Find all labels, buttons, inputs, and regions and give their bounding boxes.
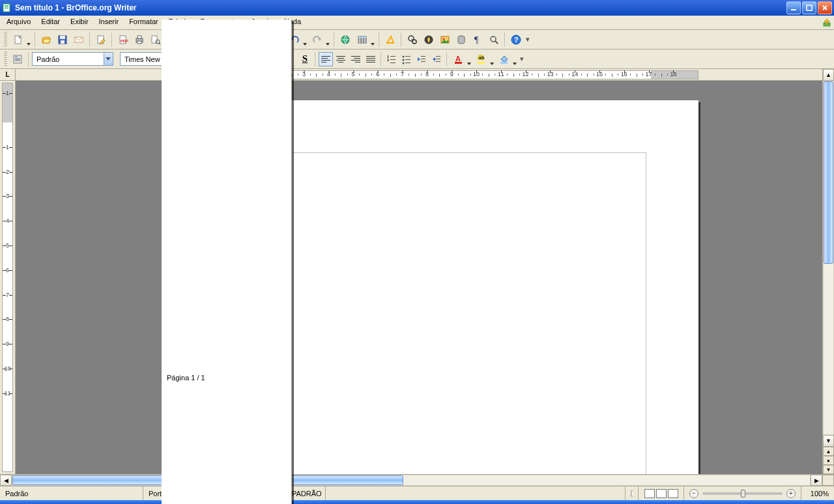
svg-rect-66	[455, 62, 462, 64]
status-signature[interactable]	[626, 486, 639, 500]
vertical-ruler[interactable]: 11234567891011	[2, 83, 13, 472]
save-button[interactable]	[55, 32, 70, 48]
menu-arquivo[interactable]: Arquivo	[1, 16, 36, 29]
scroll-up-button[interactable]: ▲	[823, 69, 834, 81]
scroll-left-button[interactable]: ◀	[0, 475, 12, 486]
styles-window-button[interactable]	[10, 51, 25, 67]
data-sources-button[interactable]	[453, 32, 469, 48]
svg-rect-50	[390, 56, 395, 57]
vscroll-thumb[interactable]	[824, 81, 833, 264]
table-button[interactable]	[354, 32, 376, 48]
previous-page-button[interactable]: ▲	[823, 447, 834, 456]
ruler-corner[interactable]: L	[0, 69, 15, 81]
title-bar: Sem título 1 - BrOffice.org Writer	[0, 0, 834, 16]
underline-button[interactable]: S	[298, 52, 312, 66]
maximize-button[interactable]	[802, 1, 816, 14]
open-button[interactable]	[38, 32, 54, 48]
zoom-in-button[interactable]: +	[786, 489, 796, 498]
zoom-slider[interactable]: − +	[684, 486, 801, 500]
toolbar-grip[interactable]	[4, 32, 7, 48]
svg-text:2: 2	[387, 58, 389, 62]
help-button[interactable]: ?	[508, 32, 524, 48]
scroll-right-button[interactable]: ▶	[811, 475, 822, 486]
paragraph-style-input[interactable]	[35, 55, 104, 64]
status-page[interactable]: Página 1 / 1	[162, 20, 292, 504]
background-color-button[interactable]	[496, 51, 518, 67]
taskbar-sliver	[0, 500, 834, 504]
scroll-down-button[interactable]: ▼	[823, 435, 834, 447]
svg-text:A: A	[455, 55, 461, 63]
svg-rect-18	[152, 36, 157, 43]
svg-point-53	[403, 55, 405, 57]
find-replace-button[interactable]	[405, 32, 420, 48]
svg-text:¶: ¶	[474, 35, 479, 45]
menu-inserir[interactable]: Inserir	[94, 16, 124, 29]
view-layout-buttons[interactable]	[639, 486, 684, 500]
highlight-color-button[interactable]: ab	[473, 51, 495, 67]
horizontal-ruler-row: 1123456789101112131415161718	[16, 69, 822, 81]
menu-editar[interactable]: Editar	[36, 16, 65, 29]
nonprinting-characters-button[interactable]: ¶	[470, 32, 485, 48]
update-icon[interactable]	[821, 16, 833, 29]
gallery-button[interactable]	[437, 32, 453, 48]
decrease-indent-button[interactable]	[414, 52, 429, 66]
zoom-handle[interactable]	[741, 490, 745, 497]
export-pdf-button[interactable]: PDF	[115, 32, 131, 48]
hscroll-track[interactable]	[12, 475, 811, 486]
new-button[interactable]	[10, 32, 32, 48]
toolbar-grip[interactable]	[4, 51, 7, 67]
svg-rect-63	[436, 59, 440, 59]
book-view-icon[interactable]	[668, 489, 678, 498]
menu-formatar[interactable]: Formatar	[124, 16, 164, 29]
text-area[interactable]	[229, 152, 646, 474]
font-color-button[interactable]: A	[450, 51, 472, 67]
horizontal-scrollbar[interactable]: ◀ ▶	[0, 474, 834, 486]
print-button[interactable]	[132, 32, 147, 48]
svg-rect-32	[358, 36, 366, 38]
paragraph-style-combo[interactable]	[32, 52, 113, 66]
align-left-button[interactable]	[319, 52, 333, 66]
vertical-scrollbar[interactable]: ▲ ▼ ▲ ● ▼	[822, 69, 834, 474]
status-bar: Página 1 / 1 Padrão Português (Brasil) I…	[0, 486, 834, 500]
redo-button[interactable]	[309, 32, 331, 48]
svg-text:ab: ab	[479, 55, 484, 60]
svg-rect-46	[15, 59, 20, 59]
svg-rect-47	[15, 60, 20, 61]
zoom-track[interactable]	[702, 492, 783, 495]
toolbar-overflow[interactable]: ▾	[525, 33, 531, 47]
svg-rect-45	[15, 57, 18, 57]
svg-point-55	[403, 62, 405, 64]
align-center-button[interactable]	[334, 52, 348, 66]
status-selection-mode[interactable]: PADRÃO	[287, 486, 326, 500]
email-button[interactable]	[71, 32, 87, 48]
increase-indent-button[interactable]	[429, 52, 444, 66]
align-justify-button[interactable]	[364, 52, 378, 66]
zoom-out-button[interactable]: −	[689, 489, 698, 498]
zoom-button[interactable]	[486, 32, 502, 48]
show-draw-functions-button[interactable]	[382, 32, 398, 48]
toolbar-overflow[interactable]: ▾	[519, 52, 525, 66]
single-page-view-icon[interactable]	[644, 489, 655, 498]
close-button[interactable]	[818, 1, 832, 14]
svg-rect-33	[386, 42, 394, 44]
navigation-button[interactable]: ●	[823, 456, 834, 465]
menu-exibir[interactable]: Exibir	[65, 16, 94, 29]
next-page-button[interactable]: ▼	[823, 465, 834, 474]
svg-rect-5	[807, 5, 812, 10]
numbered-list-button[interactable]: 12	[384, 52, 399, 66]
minimize-button[interactable]	[786, 1, 801, 14]
svg-rect-57	[405, 59, 410, 60]
align-right-button[interactable]	[349, 52, 363, 66]
document-viewport[interactable]	[16, 81, 822, 474]
zoom-percent[interactable]: 100%	[801, 486, 834, 500]
status-style[interactable]: Padrão	[0, 486, 143, 500]
navigator-button[interactable]	[421, 32, 437, 48]
hyperlink-button[interactable]	[338, 32, 353, 48]
multi-page-view-icon[interactable]	[656, 489, 667, 498]
edit-file-button[interactable]	[93, 32, 109, 48]
vscroll-track[interactable]	[823, 81, 834, 435]
app-icon	[2, 3, 12, 13]
status-modified[interactable]	[326, 486, 626, 500]
bulleted-list-button[interactable]	[399, 52, 414, 66]
paragraph-style-dropdown[interactable]	[104, 53, 113, 65]
